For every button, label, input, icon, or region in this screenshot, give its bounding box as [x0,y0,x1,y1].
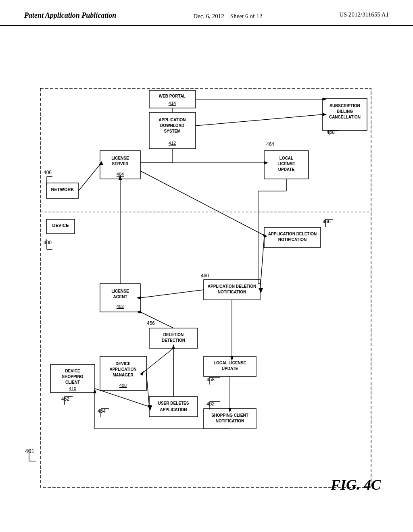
svg-text:DEVICE: DEVICE [52,223,69,228]
svg-text:412: 412 [169,141,176,145]
svg-text:468: 468 [327,129,335,135]
svg-text:APPLICATION: APPLICATION [159,118,186,122]
svg-text:LICENSE: LICENSE [111,289,129,293]
svg-text:DEVICE: DEVICE [115,362,131,366]
svg-text:454: 454 [98,408,106,414]
svg-text:SYSTEM: SYSTEM [164,129,180,133]
svg-text:BILLING: BILLING [337,109,353,114]
svg-text:CLIENT: CLIENT [65,380,80,384]
svg-text:DELETION: DELETION [163,332,184,337]
svg-line-126 [143,348,173,372]
svg-line-108 [146,373,149,407]
svg-text:DOWNLOAD: DOWNLOAD [160,123,184,128]
svg-text:SERVER: SERVER [112,162,129,166]
svg-text:402: 402 [117,304,124,309]
svg-line-110 [95,389,149,407]
patent-number: US 2012/311655 A1 [339,11,389,18]
svg-text:LICENSE: LICENSE [277,162,295,166]
svg-text:406: 406 [44,170,52,175]
svg-text:SHOPPING: SHOPPING [62,374,83,379]
svg-rect-47 [149,397,198,417]
header-center: Dec. 6, 2012 Sheet 6 of 12 [193,11,262,21]
svg-text:458: 458 [206,377,215,382]
svg-text:NETWORK: NETWORK [51,187,74,192]
svg-text:452: 452 [61,396,69,402]
svg-text:APPLICATION DELETION: APPLICATION DELETION [208,284,256,289]
page-header: Patent Application Publication Dec. 6, 2… [0,0,413,26]
svg-text:414: 414 [169,101,176,106]
svg-text:464: 464 [266,141,274,147]
svg-text:USER DELETES: USER DELETES [158,401,189,405]
svg-line-102 [140,312,173,328]
diagram-area: 401 DEVICE 400 NETWORK 406 DEVICE SHOPPI… [0,26,413,517]
publication-title: Patent Application Publication [24,11,116,20]
svg-text:NOTIFICATION: NOTIFICATION [218,290,246,294]
svg-line-90 [196,114,323,126]
svg-text:MANAGER: MANAGER [113,373,133,377]
svg-text:LOCAL: LOCAL [280,156,293,160]
svg-text:CANCELLATION: CANCELLATION [329,115,361,119]
figure-label: FIG. 4C [331,476,381,493]
svg-text:DEVICE: DEVICE [65,369,80,373]
svg-text:UPDATE: UPDATE [278,167,295,172]
svg-text:456: 456 [147,320,155,326]
svg-rect-81 [323,98,367,131]
svg-text:466: 466 [323,219,331,224]
svg-text:401: 401 [25,448,35,454]
svg-text:APPLICATION: APPLICATION [160,407,187,412]
svg-line-94 [140,171,264,235]
svg-text:410: 410 [69,386,76,391]
svg-text:400: 400 [44,240,52,245]
svg-text:APPLICATION DELETION: APPLICATION DELETION [268,232,317,236]
svg-line-96 [260,237,264,290]
svg-text:408: 408 [119,383,127,388]
svg-text:UPDATE: UPDATE [222,366,238,371]
svg-text:460: 460 [201,273,209,278]
svg-text:LICENSE: LICENSE [111,156,129,160]
svg-text:SUBSCRIPTION: SUBSCRIPTION [330,104,360,108]
patent-diagram: 401 DEVICE 400 NETWORK 406 DEVICE SHOPPI… [0,26,413,517]
svg-text:WEB PORTAL: WEB PORTAL [159,94,186,98]
svg-line-124 [79,164,100,191]
svg-text:AGENT: AGENT [113,295,127,299]
sheet-info: Sheet 6 of 12 [230,13,263,19]
svg-text:SHOPPING CLIENT: SHOPPING CLIENT [211,413,248,418]
svg-line-100 [140,290,204,298]
svg-text:NOTIFICATION: NOTIFICATION [216,419,244,423]
svg-text:462: 462 [206,401,215,407]
publication-date: Dec. 6, 2012 [193,13,224,19]
svg-text:DETECTION: DETECTION [162,338,185,343]
svg-text:APPLICATION: APPLICATION [109,367,136,372]
svg-text:LOCAL LICENSE: LOCAL LICENSE [214,361,246,365]
svg-text:NOTIFICATION: NOTIFICATION [278,237,307,242]
